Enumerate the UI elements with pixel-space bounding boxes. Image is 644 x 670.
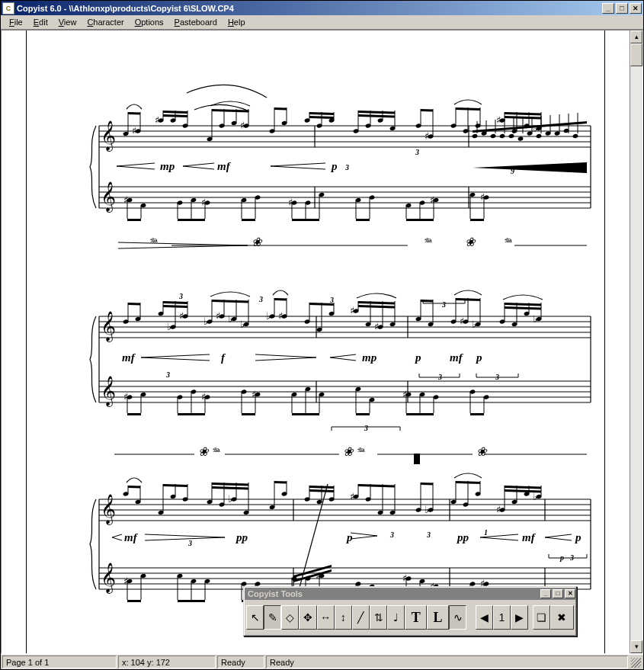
svg-text:♯: ♯ <box>155 114 159 126</box>
delete-page[interactable]: ✖ <box>550 605 574 630</box>
svg-text:♭: ♭ <box>203 316 208 327</box>
svg-point-88 <box>517 136 524 141</box>
svg-text:𝆮: 𝆮 <box>503 236 512 248</box>
tools-title-text: Copyist Tools <box>248 589 303 598</box>
svg-point-84 <box>499 133 505 139</box>
canvas-viewport[interactable]: 𝄞𝄞♯♯♯♯♯♭♯♯♯♯♯mpmfp339𝆮❀𝆮❀𝆮𝄞𝄞♭♯♭♯♭♭♭♯♯♯♯♭… <box>2 30 630 653</box>
svg-text:pp: pp <box>456 531 469 543</box>
svg-text:𝄞: 𝄞 <box>101 376 116 407</box>
scroll-up-button[interactable]: ▴ <box>630 30 642 43</box>
vertical-scrollbar[interactable]: ▴ ▾ <box>630 30 642 653</box>
menu-file[interactable]: File <box>4 16 28 28</box>
titlebar[interactable]: C Copyist 6.0 - \\Athlonxp\products\Copy… <box>1 1 643 15</box>
menu-character[interactable]: Character <box>82 16 129 28</box>
svg-text:9: 9 <box>511 167 514 175</box>
minimize-button[interactable]: _ <box>602 3 614 14</box>
status-ready2: Ready <box>266 656 628 668</box>
menu-edit[interactable]: Edit <box>28 16 53 28</box>
svg-text:♭: ♭ <box>533 123 537 134</box>
text-t-tool[interactable]: T <box>405 605 427 630</box>
svg-point-100 <box>572 133 578 139</box>
menubar: File Edit View Character Options Pastebo… <box>1 15 643 30</box>
svg-text:𝄞: 𝄞 <box>101 563 116 594</box>
tools-minimize-button[interactable]: _ <box>540 589 551 598</box>
prev-page[interactable]: ◀ <box>476 605 493 630</box>
menu-help[interactable]: Help <box>223 16 251 28</box>
pencil-tool[interactable]: ✎ <box>264 605 281 630</box>
svg-text:mf: mf <box>450 351 464 364</box>
menu-view[interactable]: View <box>53 16 82 28</box>
move-tool[interactable]: ✥ <box>299 605 316 630</box>
svg-text:3: 3 <box>165 370 170 379</box>
score-page[interactable]: 𝄞𝄞♯♯♯♯♯♭♯♯♯♯♯mpmfp339𝆮❀𝆮❀𝆮𝄞𝄞♭♯♭♯♭♭♭♯♯♯♯♭… <box>26 30 605 654</box>
main-window: C Copyist 6.0 - \\Athlonxp\products\Copy… <box>0 0 644 670</box>
eraser-tool[interactable]: ◇ <box>281 605 299 630</box>
svg-text:𝄞: 𝄞 <box>101 311 116 342</box>
svg-text:f: f <box>221 351 226 364</box>
text-l-tool[interactable]: L <box>427 605 449 630</box>
svg-point-78 <box>472 133 478 139</box>
status-page: Page 1 of 1 <box>2 656 117 668</box>
svg-text:♭: ♭ <box>266 310 271 322</box>
svg-text:♯: ♯ <box>278 310 283 322</box>
svg-text:♯: ♯ <box>179 310 184 322</box>
svg-text:3: 3 <box>426 531 431 539</box>
svg-text:p: p <box>574 531 582 543</box>
resize-grip[interactable] <box>630 656 642 668</box>
close-button[interactable]: ✕ <box>630 3 642 14</box>
note-tool[interactable]: ♩ <box>387 605 405 630</box>
svg-text:mf: mf <box>217 160 232 172</box>
svg-text:𝄞: 𝄞 <box>101 120 116 152</box>
new-page[interactable]: ❏ <box>533 605 550 630</box>
scroll-down-button[interactable]: ▾ <box>630 640 642 653</box>
maximize-button[interactable]: □ <box>616 3 628 14</box>
svg-text:mp: mp <box>362 351 377 364</box>
tools-close-button[interactable]: ✕ <box>565 589 575 598</box>
svg-text:♭: ♭ <box>228 313 232 325</box>
svg-text:3: 3 <box>178 292 183 300</box>
svg-text:♯: ♯ <box>132 125 136 136</box>
svg-text:❀: ❀ <box>252 236 263 248</box>
next-page[interactable]: ▶ <box>511 605 528 630</box>
slash-tool[interactable]: ╱ <box>352 605 370 630</box>
scroll-thumb[interactable] <box>630 43 642 66</box>
tools-maximize-button[interactable]: □ <box>553 589 563 598</box>
svg-text:♯: ♯ <box>240 120 245 131</box>
vresize-tool[interactable]: ↕ <box>335 605 352 630</box>
hresize-tool[interactable]: ↔ <box>317 605 335 630</box>
window-title: Copyist 6.0 - \\Athlonxp\products\Copyis… <box>17 4 601 13</box>
scroll-track[interactable] <box>630 43 642 640</box>
svg-text:♯: ♯ <box>496 504 501 515</box>
pointer-tool[interactable]: ↖ <box>246 605 264 630</box>
svg-text:pp: pp <box>235 531 248 543</box>
mirror-tool[interactable]: ⇅ <box>370 605 387 630</box>
titlebar-buttons: _ □ ✕ <box>601 3 642 14</box>
svg-text:3: 3 <box>441 300 446 309</box>
svg-point-82 <box>490 133 496 139</box>
menu-options[interactable]: Options <box>130 16 169 28</box>
svg-text:mf: mf <box>124 531 139 543</box>
svg-text:p: p <box>475 351 482 364</box>
svg-text:♯: ♯ <box>350 491 354 502</box>
svg-text:3: 3 <box>364 424 368 432</box>
tools-titlebar[interactable]: Copyist Tools _ □ ✕ <box>245 588 575 600</box>
svg-text:p: p <box>414 351 421 364</box>
waveform-tool[interactable]: ∿ <box>449 605 466 630</box>
svg-text:♯: ♯ <box>374 321 379 332</box>
svg-point-86 <box>508 133 514 139</box>
svg-text:♭: ♭ <box>472 319 476 330</box>
app-icon: C <box>2 2 14 14</box>
svg-text:mp: mp <box>160 160 175 172</box>
page-indicator[interactable]: 1 <box>493 605 511 630</box>
svg-text:♭: ♭ <box>240 319 245 330</box>
svg-text:❀ 𝆮: ❀ 𝆮 <box>198 445 220 458</box>
svg-rect-298 <box>414 454 420 464</box>
svg-text:3: 3 <box>389 531 394 539</box>
statusbar: Page 1 of 1 x: 104 y: 172 Ready Ready <box>1 654 643 669</box>
canvas: 𝄞𝄞♯♯♯♯♯♭♯♯♯♯♯mpmfp339𝆮❀𝆮❀𝆮𝄞𝄞♭♯♭♯♭♭♭♯♯♯♯♭… <box>1 30 643 654</box>
svg-text:3: 3 <box>329 296 334 304</box>
svg-point-92 <box>536 133 542 139</box>
menu-pasteboard[interactable]: Pasteboard <box>169 16 223 28</box>
tools-palette[interactable]: Copyist Tools _ □ ✕ ↖✎◇✥↔↕╱⇅♩TL∿◀1▶❏✖ <box>243 586 577 636</box>
svg-text:3: 3 <box>258 295 263 303</box>
